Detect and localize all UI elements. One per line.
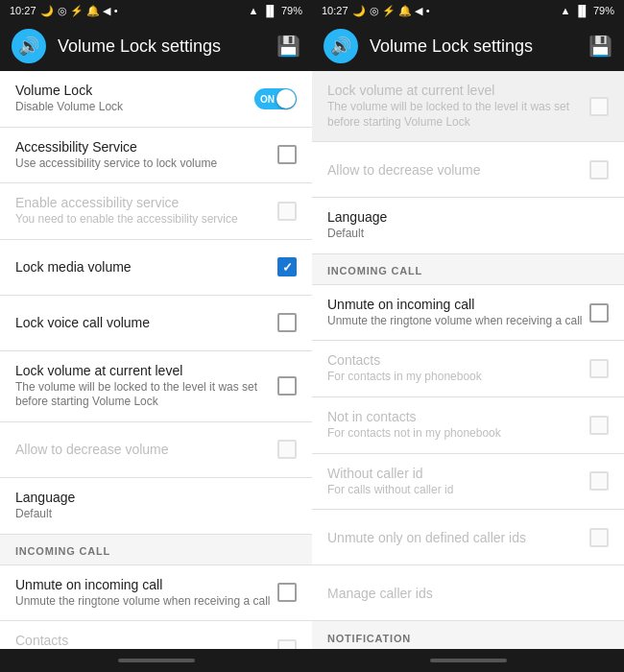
dot-icon-right: • bbox=[426, 5, 430, 16]
setting-language2[interactable]: Language Default bbox=[312, 198, 624, 254]
setting-text-unmute-incoming: Unmute on incoming call Unmute the ringt… bbox=[15, 577, 277, 610]
setting-not-in-contacts2: Not in contacts For contacts not in my p… bbox=[312, 397, 624, 454]
setting-text-unmute-incoming2: Unmute on incoming call Unmute the ringt… bbox=[327, 297, 589, 329]
status-left: 10:27 🌙 ◎ ⚡ 🔔 ◀ • bbox=[10, 5, 118, 17]
setting-text-unmute-defined: Unmute only on defined caller ids bbox=[327, 530, 589, 545]
setting-lock-current2[interactable]: Lock volume at current level The volume … bbox=[312, 71, 624, 142]
status-right-left: ▲ ▐▌ 79% bbox=[248, 5, 302, 16]
allow-decrease-checkbox bbox=[277, 440, 297, 459]
nav-bar-right bbox=[312, 649, 624, 672]
signal-strength-right: ▐▌ bbox=[574, 5, 589, 16]
incoming-call2-label: INCOMING CALL bbox=[327, 265, 422, 276]
contacts2-label: Contacts bbox=[327, 352, 589, 368]
volume-lock-toggle[interactable]: ON bbox=[254, 88, 297, 109]
setting-lock-voice[interactable]: Lock voice call volume bbox=[0, 296, 312, 351]
dot-icon: • bbox=[114, 5, 118, 16]
setting-allow-decrease: Allow to decrease volume bbox=[0, 422, 312, 478]
setting-lock-current[interactable]: Lock volume at current level The volume … bbox=[0, 351, 312, 422]
setting-volume-lock[interactable]: Volume Lock Disable Volume Lock ON bbox=[0, 71, 312, 128]
setting-text-accessibility: Accessibility Service Use accessibility … bbox=[15, 139, 277, 172]
app-bar-left: 🔊 Volume Lock settings 💾 bbox=[0, 21, 312, 71]
unmute-incoming-sublabel: Unmute the ringtone volume when receivin… bbox=[15, 594, 277, 610]
setting-text-language2: Language Default bbox=[327, 209, 609, 242]
notification-header: NOTIFICATION bbox=[312, 621, 624, 649]
setting-language[interactable]: Language Default bbox=[0, 478, 312, 535]
setting-text-lock-media: Lock media volume bbox=[15, 259, 277, 275]
save-button-right[interactable]: 💾 bbox=[588, 35, 612, 58]
contacts2-sublabel: For contacts in my phonebook bbox=[327, 370, 589, 385]
unmute-incoming2-sublabel: Unmute the ringtone volume when receivin… bbox=[327, 314, 589, 329]
setting-accessibility[interactable]: Accessibility Service Use accessibility … bbox=[0, 128, 312, 184]
incoming-call-label: INCOMING CALL bbox=[15, 545, 110, 557]
unmute-defined-label: Unmute only on defined caller ids bbox=[327, 530, 589, 545]
toggle-on-label: ON bbox=[260, 93, 275, 104]
setting-text-contacts: Contacts For contacts in my phonebook bbox=[15, 633, 277, 649]
lock-current-sublabel: The volume will be locked to the level i… bbox=[15, 380, 277, 410]
nav-pill-left bbox=[118, 659, 195, 662]
without-caller-id-checkbox bbox=[589, 471, 609, 491]
unmute-incoming-checkbox[interactable] bbox=[277, 583, 297, 602]
language2-sublabel: Default bbox=[327, 227, 609, 242]
lock-current-label: Lock volume at current level bbox=[15, 363, 277, 378]
enable-accessibility-sublabel: You need to enable the accessibility ser… bbox=[15, 212, 277, 228]
battery-left: 79% bbox=[281, 5, 302, 16]
lock-voice-checkbox[interactable] bbox=[277, 313, 297, 332]
incoming-call-header2: INCOMING CALL bbox=[312, 254, 624, 285]
panel-left: 10:27 🌙 ◎ ⚡ 🔔 ◀ • ▲ ▐▌ 79% 🔊 Volume Lock… bbox=[0, 0, 312, 672]
accessibility-sublabel: Use accessibility service to lock volume bbox=[15, 156, 277, 172]
lock-voice-label: Lock voice call volume bbox=[15, 315, 277, 330]
moon-icon-right: 🌙 bbox=[352, 5, 366, 17]
setting-text-lock-current: Lock volume at current level The volume … bbox=[15, 363, 277, 410]
wifi-icon: ▲ bbox=[248, 5, 258, 16]
not-in-contacts2-label: Not in contacts bbox=[327, 409, 589, 424]
moon-icon: 🌙 bbox=[40, 5, 54, 17]
accessibility-checkbox[interactable] bbox=[277, 145, 297, 164]
setting-contacts2: Contacts For contacts in my phonebook bbox=[312, 341, 624, 397]
setting-unmute-incoming[interactable]: Unmute on incoming call Unmute the ringt… bbox=[0, 565, 312, 622]
setting-text-language: Language Default bbox=[15, 490, 297, 522]
setting-unmute-incoming2[interactable]: Unmute on incoming call Unmute the ringt… bbox=[312, 285, 624, 342]
unmute-incoming2-checkbox[interactable] bbox=[589, 303, 609, 323]
setting-without-caller-id: Without caller id For calls without call… bbox=[312, 454, 624, 511]
setting-lock-media[interactable]: Lock media volume bbox=[0, 240, 312, 296]
lock-media-label: Lock media volume bbox=[15, 259, 277, 275]
panel-right: 10:27 🌙 ◎ ⚡ 🔔 ◀ • ▲ ▐▌ 79% 🔊 Volume Lock… bbox=[312, 0, 624, 672]
incoming-call-header: INCOMING CALL bbox=[0, 535, 312, 565]
enable-accessibility-checkbox bbox=[277, 202, 297, 221]
setting-text-lock-current2: Lock volume at current level The volume … bbox=[327, 83, 589, 130]
setting-text-manage-caller-ids: Manage caller ids bbox=[327, 586, 609, 601]
app-icon-right: 🔊 bbox=[324, 29, 358, 63]
contacts-checkbox bbox=[277, 639, 297, 649]
manage-caller-ids-label: Manage caller ids bbox=[327, 586, 609, 601]
toggle-thumb bbox=[276, 89, 296, 108]
status-right-right: ▲ ▐▌ 79% bbox=[560, 5, 614, 16]
status-bar-right: 10:27 🌙 ◎ ⚡ 🔔 ◀ • ▲ ▐▌ 79% bbox=[312, 0, 624, 21]
setting-unmute-defined: Unmute only on defined caller ids bbox=[312, 510, 624, 565]
allow-decrease2-label: Allow to decrease volume bbox=[327, 162, 589, 178]
setting-text-not-in-contacts2: Not in contacts For contacts not in my p… bbox=[327, 409, 589, 442]
wifi-icon-right: ▲ bbox=[560, 5, 570, 16]
lock-current-checkbox[interactable] bbox=[277, 376, 297, 396]
notification-label: NOTIFICATION bbox=[327, 633, 411, 644]
setting-allow-decrease2: Allow to decrease volume bbox=[312, 142, 624, 198]
setting-manage-caller-ids: Manage caller ids bbox=[312, 565, 624, 621]
setting-enable-accessibility: Enable accessibility service You need to… bbox=[0, 183, 312, 240]
status-bar-left: 10:27 🌙 ◎ ⚡ 🔔 ◀ • ▲ ▐▌ 79% bbox=[0, 0, 312, 21]
lock-media-checkbox[interactable] bbox=[277, 257, 297, 276]
unmute-defined-checkbox bbox=[589, 528, 609, 547]
signal-icons-right: ◎ ⚡ 🔔 ◀ bbox=[370, 5, 422, 17]
signal-strength: ▐▌ bbox=[262, 5, 277, 16]
setting-contacts: Contacts For contacts in my phonebook bbox=[0, 621, 312, 649]
language2-label: Language bbox=[327, 209, 609, 225]
setting-text-enable-accessibility: Enable accessibility service You need to… bbox=[15, 195, 277, 228]
signal-icons: ◎ ⚡ 🔔 ◀ bbox=[58, 5, 110, 17]
contacts2-checkbox bbox=[589, 359, 609, 378]
setting-text-lock-voice: Lock voice call volume bbox=[15, 315, 277, 330]
status-left-right: 10:27 🌙 ◎ ⚡ 🔔 ◀ • bbox=[322, 5, 430, 17]
app-bar-right: 🔊 Volume Lock settings 💾 bbox=[312, 21, 624, 71]
unmute-incoming2-label: Unmute on incoming call bbox=[327, 297, 589, 312]
lock-current2-checkbox bbox=[589, 97, 609, 116]
volume-lock-label: Volume Lock bbox=[15, 83, 254, 98]
accessibility-label: Accessibility Service bbox=[15, 139, 277, 155]
save-button-left[interactable]: 💾 bbox=[276, 35, 300, 58]
